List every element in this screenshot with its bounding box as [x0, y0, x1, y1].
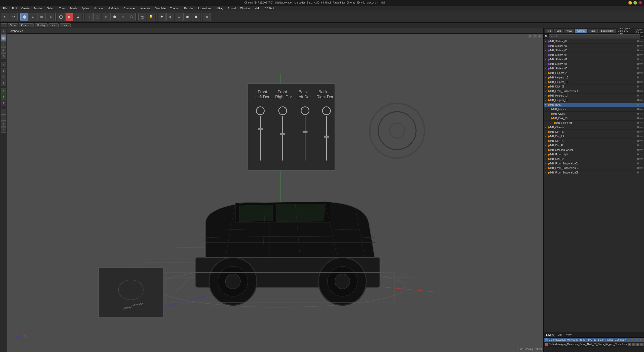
layer-row[interactable]: Geländewagen_Mercedes_Benz_AMG_63_Black_… [544, 342, 644, 347]
viewport-icon-1[interactable]: ⊕ [528, 34, 532, 38]
menu-item-volume[interactable]: Volume [92, 6, 105, 10]
panel-tab-bookmarks[interactable]: Bookmarks [599, 29, 616, 33]
tool-rigging[interactable]: ⋯ [1, 115, 6, 121]
tag-icon[interactable]: ✕ [641, 85, 643, 88]
layers-tab-view[interactable]: View [565, 333, 573, 336]
cone-button[interactable]: △ [119, 13, 127, 21]
redo-button[interactable]: ↪ [10, 13, 18, 21]
tag-icon[interactable]: ✕ [639, 153, 641, 156]
cube-button[interactable]: ⬛ [93, 13, 101, 21]
menu-item-tracker[interactable]: Tracker [168, 6, 182, 10]
viewport[interactable]: Perspective Default Camera ✱* [7, 28, 543, 352]
layer-icon-a[interactable]: A [643, 338, 644, 342]
tag-icon[interactable]: ✕ [641, 131, 643, 133]
tag-icon[interactable]: ✕ [639, 158, 641, 160]
layer-row[interactable]: Geländewagen_Mercedes_Benz_AMG_63_Black_… [544, 338, 644, 342]
object-item[interactable]: ▶MB_Sliders_01✕✕ [544, 62, 644, 66]
menu-item-help[interactable]: Help [253, 6, 262, 10]
tag-icon[interactable]: ✕ [639, 72, 641, 74]
tag-icon[interactable]: ✕ [639, 108, 641, 110]
display-menu[interactable]: Display [35, 23, 48, 27]
object-item[interactable]: ▶MB_Dor_RR✕✕ [544, 134, 644, 139]
search-input[interactable] [549, 34, 640, 38]
tag-icon[interactable]: ✕ [641, 113, 643, 115]
visibility-dot[interactable] [637, 140, 639, 142]
tag-icon[interactable]: ✕ [639, 122, 641, 124]
tag-icon[interactable]: ✕ [639, 54, 641, 56]
panel-tab-view[interactable]: View [564, 29, 574, 33]
visibility-dot[interactable] [637, 95, 639, 97]
object-item[interactable]: ▶MB_Front_Suspension04✕✕ [544, 166, 644, 170]
tag-icon[interactable]: ✕ [639, 90, 641, 92]
tag-icon[interactable]: ✕ [641, 167, 643, 169]
tool-s2[interactable]: S [1, 95, 6, 100]
tag-icon[interactable]: ✕ [639, 49, 641, 52]
tag-icon[interactable]: ✕ [639, 104, 641, 106]
object-item[interactable]: ▶MB_Front_Suspension01✕✕ [544, 161, 644, 166]
tag-icon[interactable]: ✕ [641, 135, 643, 138]
filter-menu[interactable]: Filter [49, 23, 59, 27]
panel-tab-file[interactable]: File [545, 29, 553, 33]
visibility-dot[interactable] [637, 135, 639, 137]
plane-button[interactable]: ⬡ [128, 13, 136, 21]
menu-item-render[interactable]: Render [182, 6, 195, 10]
menu-item-animate[interactable]: Animate [138, 6, 152, 10]
menu-item-3dstali[interactable]: 3DStali [263, 6, 276, 10]
layer-icon-l[interactable]: L [640, 343, 643, 346]
object-item[interactable]: ▶MB_Helpers_14✕✕ [544, 94, 644, 98]
tag-icon[interactable]: ✕ [639, 135, 641, 138]
tag-icon[interactable]: ✕ [639, 85, 641, 88]
tag-icon[interactable]: ✕ [641, 81, 643, 83]
menu-item-modes[interactable]: Modes [32, 6, 45, 10]
deform-button[interactable]: ◈ [166, 13, 174, 21]
tag-icon[interactable]: ✕ [639, 117, 641, 119]
tag-icon[interactable]: ✕ [641, 40, 643, 42]
tag-icon[interactable]: ✕ [639, 63, 641, 65]
tag-icon[interactable]: ✕ [641, 63, 643, 65]
undo-button[interactable]: ↩ [1, 13, 9, 21]
snap-button[interactable]: ⊗ [203, 13, 211, 21]
menu-item-create[interactable]: Create [19, 6, 32, 10]
tag-icon[interactable]: ✕ [641, 49, 643, 52]
object-item[interactable]: ▶MB_Dor_RL✕✕ [544, 139, 644, 143]
layers-tab-edit[interactable]: Edit [557, 333, 563, 336]
tool-material[interactable]: ◈ [1, 80, 6, 85]
visibility-dot[interactable] [637, 45, 639, 47]
object-item[interactable]: ▶MB_Disk_04✕✕ [544, 157, 644, 161]
tool-ik[interactable]: ⊗ [1, 121, 6, 127]
object-item[interactable]: MB_Glass✕✕ [544, 112, 644, 116]
visibility-dot[interactable] [637, 171, 639, 173]
tag-icon[interactable]: ✕ [639, 171, 641, 174]
tool-deform[interactable]: ⊿ [1, 109, 6, 115]
tag-icon[interactable]: ✕ [641, 58, 643, 61]
object-item[interactable]: ▶MB_Helpers_15✕✕ [544, 80, 644, 84]
tag-icon[interactable]: ✕ [639, 45, 641, 47]
tag-icon[interactable]: ✕ [641, 126, 643, 128]
menu-item-spline[interactable]: Spline [79, 6, 91, 10]
layer-icon-l[interactable]: L [639, 338, 642, 342]
object-item[interactable]: MB_Rimm_03✕✕ [544, 121, 644, 125]
layer-icon-r[interactable]: R [632, 343, 635, 346]
minimize-button[interactable]: − [628, 1, 632, 5]
tag-icon[interactable]: ✕ [639, 162, 641, 165]
cylinder-button[interactable]: ⬢ [110, 13, 118, 21]
object-item[interactable]: ▶MB_Sliders_07✕✕ [544, 44, 644, 48]
gear-icon[interactable]: ⚙ [641, 35, 643, 38]
menu-item-extensions[interactable]: Extensions [195, 6, 213, 10]
layer-icon-m[interactable]: M [635, 338, 638, 342]
menu-item-arnold[interactable]: Arnold [226, 6, 238, 10]
tool-sculpt[interactable]: ◎ [1, 47, 6, 53]
visibility-dot[interactable] [637, 131, 639, 133]
panel-tab-object[interactable]: Object [575, 29, 587, 33]
null-button[interactable]: □ [85, 13, 93, 21]
visibility-dot[interactable] [637, 153, 639, 155]
render-button[interactable]: ▶ [65, 13, 73, 21]
tool-select[interactable]: ⬤ [1, 35, 6, 41]
tag-icon[interactable]: ✕ [641, 171, 643, 174]
menu-item-file[interactable]: File [1, 6, 10, 10]
tag-icon[interactable]: ✕ [639, 140, 641, 142]
object-item[interactable]: ▶MB_Sliders_09✕✕ [544, 39, 644, 44]
sphere-button[interactable]: ○ [102, 13, 110, 21]
material-button[interactable]: ▣ [192, 13, 200, 21]
add-button[interactable]: ✚ [158, 13, 166, 21]
